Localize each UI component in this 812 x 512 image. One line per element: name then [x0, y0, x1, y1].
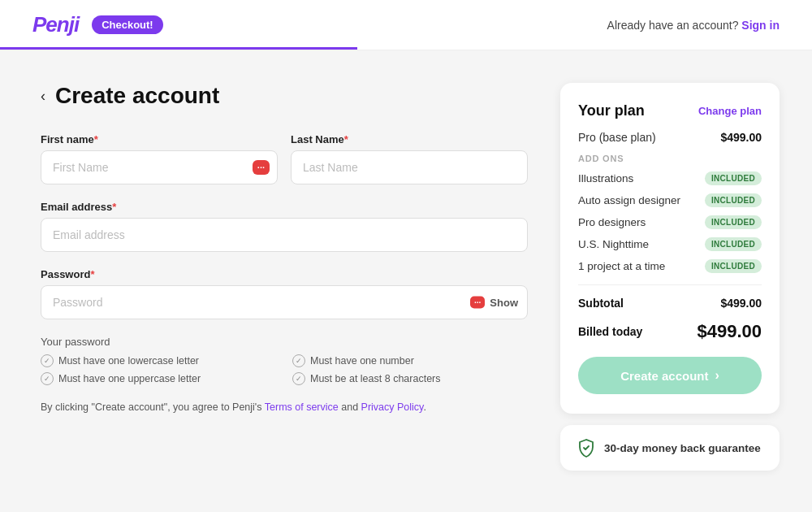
plan-panel: Your plan Change plan Pro (base plan) $4… — [560, 83, 780, 471]
last-name-input-wrapper — [291, 150, 528, 184]
checkout-badge: Checkout! — [92, 15, 163, 34]
validation-grid: ✓ Must have one lowercase letter ✓ Must … — [41, 354, 528, 385]
addon-name: Auto assign designer — [578, 194, 680, 206]
validation-text: Must have one lowercase letter — [58, 355, 199, 367]
addon-row-auto-assign: Auto assign designer INCLUDED — [578, 193, 762, 207]
back-arrow[interactable]: ‹ — [41, 88, 45, 105]
privacy-policy-link[interactable]: Privacy Policy — [361, 401, 424, 413]
validation-text: Must have one uppercase letter — [58, 373, 201, 384]
progress-bar — [0, 47, 357, 50]
addon-row-pro-designers: Pro designers INCLUDED — [578, 215, 762, 229]
page-title: Create account — [55, 83, 219, 109]
addons-label: ADD ONS — [578, 154, 762, 163]
plan-title: Your plan — [578, 102, 645, 119]
first-name-input[interactable] — [41, 150, 278, 184]
password-group: Password* ··· Show — [41, 268, 528, 319]
included-badge: INCLUDED — [705, 171, 762, 185]
last-name-label: Last Name* — [291, 133, 528, 145]
email-label: Email address* — [41, 201, 528, 213]
billed-today-label: Billed today — [578, 325, 642, 338]
arrow-icon: › — [715, 368, 719, 383]
addon-row-us-nighttime: U.S. Nighttime INCLUDED — [578, 237, 762, 251]
included-badge: INCLUDED — [705, 259, 762, 273]
last-name-input[interactable] — [291, 150, 528, 184]
validation-item: ✓ Must have one lowercase letter — [41, 354, 276, 367]
header: Penji Checkout! Already have an account?… — [0, 0, 812, 50]
create-account-button[interactable]: Create account › — [578, 357, 762, 394]
last-name-group: Last Name* — [291, 133, 528, 184]
addon-row-project-at-a-time: 1 project at a time INCLUDED — [578, 259, 762, 273]
header-left: Penji Checkout! — [32, 12, 163, 37]
sign-in-link[interactable]: Sign in — [741, 19, 780, 32]
included-badge: INCLUDED — [705, 215, 762, 229]
subtotal-value: $499.00 — [720, 297, 762, 310]
addon-name: Illustrations — [578, 172, 633, 184]
addon-name: U.S. Nighttime — [578, 238, 649, 250]
plan-price: $499.00 — [720, 131, 762, 144]
check-circle-icon: ✓ — [41, 354, 54, 367]
subtotal-label: Subtotal — [578, 297, 624, 310]
terms-prefix: By clicking "Create account", you agree … — [41, 401, 265, 413]
addon-row-illustrations: Illustrations INCLUDED — [578, 171, 762, 185]
plan-header: Your plan Change plan — [578, 102, 762, 119]
validation-text: Must be at least 8 characters — [310, 373, 441, 384]
billed-today-row: Billed today $499.00 — [578, 321, 762, 342]
plan-name: Pro (base plan) — [578, 131, 656, 144]
guarantee-text: 30-day money back guarantee — [604, 442, 761, 454]
divider — [578, 284, 762, 285]
show-password-button[interactable]: ··· Show — [470, 297, 518, 309]
show-label: Show — [490, 297, 518, 309]
first-name-group: First name* ··· — [41, 133, 278, 184]
addon-name: 1 project at a time — [578, 260, 665, 272]
terms-text: By clicking "Create account", you agree … — [41, 400, 528, 415]
password-hint: Your password — [41, 336, 528, 348]
plan-card: Your plan Change plan Pro (base plan) $4… — [560, 83, 780, 414]
email-group: Email address* — [41, 201, 528, 252]
included-badge: INCLUDED — [705, 193, 762, 207]
addon-name: Pro designers — [578, 216, 646, 228]
password-row: Password* ··· Show — [41, 268, 528, 319]
check-circle-icon: ✓ — [41, 372, 54, 385]
main-content: ‹ Create account First name* ··· Last Na… — [0, 50, 812, 503]
password-label: Password* — [41, 268, 528, 280]
email-row: Email address* — [41, 201, 528, 252]
already-account-text: Already have an account? — [607, 19, 739, 32]
included-badge: INCLUDED — [705, 237, 762, 251]
check-circle-icon: ✓ — [292, 372, 305, 385]
create-account-label: Create account — [620, 369, 708, 383]
password-input-wrapper: ··· Show — [41, 285, 528, 319]
password-input[interactable] — [41, 285, 528, 319]
billed-today-value: $499.00 — [697, 321, 762, 342]
plan-price-row: Pro (base plan) $499.00 — [578, 131, 762, 144]
first-name-label: First name* — [41, 133, 278, 145]
header-right: Already have an account? Sign in — [607, 19, 780, 32]
first-name-icon: ··· — [253, 160, 270, 175]
check-circle-icon: ✓ — [292, 354, 305, 367]
terms-and: and — [339, 401, 361, 413]
terms-suffix: . — [423, 401, 425, 413]
subtotal-row: Subtotal $499.00 — [578, 297, 762, 310]
validation-item: ✓ Must be at least 8 characters — [292, 372, 528, 385]
page-title-row: ‹ Create account — [41, 83, 528, 109]
validation-item: ✓ Must have one uppercase letter — [41, 372, 276, 385]
validation-item: ✓ Must have one number — [292, 354, 528, 367]
email-input-wrapper — [41, 218, 528, 252]
form-section: ‹ Create account First name* ··· Last Na… — [41, 83, 528, 471]
validation-text: Must have one number — [310, 355, 414, 367]
change-plan-link[interactable]: Change plan — [698, 105, 762, 117]
email-input[interactable] — [41, 218, 528, 252]
terms-of-service-link[interactable]: Terms of service — [265, 401, 339, 413]
logo: Penji — [32, 12, 79, 37]
guarantee-card: 30-day money back guarantee — [560, 425, 780, 471]
first-name-input-wrapper: ··· — [41, 150, 278, 184]
show-icon: ··· — [470, 297, 485, 309]
name-row: First name* ··· Last Name* — [41, 133, 528, 184]
shield-icon — [577, 438, 596, 458]
